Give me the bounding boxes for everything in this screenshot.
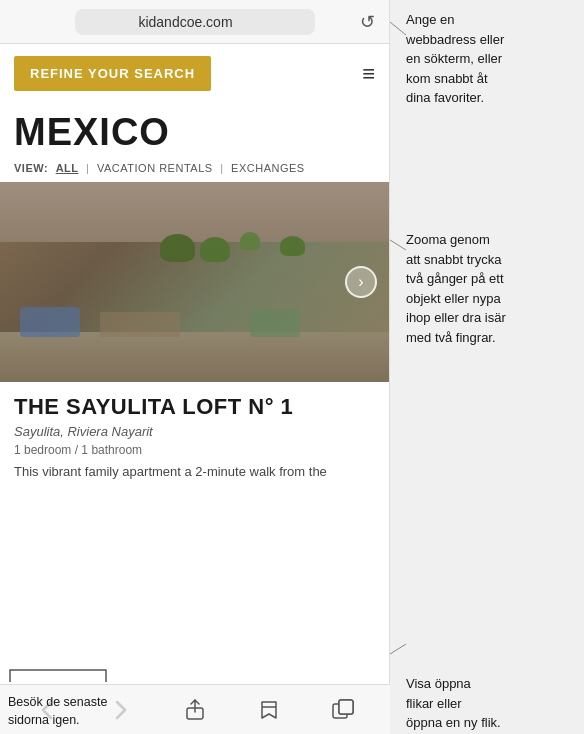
page-content: REFINE YOUR SEARCH ≡ MEXICO VIEW: ALL | … [0,44,389,684]
top-bar: REFINE YOUR SEARCH ≡ [0,44,389,103]
annotation-address-bar: Ange en webbadress eller en sökterm, ell… [406,10,504,108]
refine-search-button[interactable]: REFINE YOUR SEARCH [14,56,211,91]
reload-button[interactable]: ↺ [360,11,375,33]
property-info: THE SAYULITA LOFT N° 1 Sayulita, Riviera… [0,382,389,490]
browser-window: kidandcoe.com ↺ REFINE YOUR SEARCH ≡ MEX… [0,0,390,734]
next-image-button[interactable]: › [345,266,377,298]
view-label: VIEW: [14,162,48,174]
annotation-back-forward: Besök de senaste sidorna igen. [8,693,138,731]
svg-line-5 [390,22,406,35]
bracket-svg [8,666,108,684]
page-title-section: MEXICO [0,103,389,158]
bookmarks-button[interactable] [247,688,291,732]
view-vacation-link[interactable]: VACATION RENTALS [97,162,213,174]
page-title: MEXICO [14,111,375,154]
image-overlay [0,182,389,382]
hamburger-menu-button[interactable]: ≡ [362,63,375,85]
separator-2: | [220,162,223,174]
annotation-tabs: Visa öppna flikar eller öppna en ny flik… [406,674,501,733]
annotations-panel: Ange en webbadress eller en sökterm, ell… [390,0,584,734]
view-filter: VIEW: ALL | VACATION RENTALS | EXCHANGES [0,158,389,182]
svg-line-6 [390,240,406,250]
view-all-link[interactable]: ALL [56,162,79,174]
svg-rect-4 [339,700,353,714]
property-name: THE SAYULITA LOFT N° 1 [14,394,375,420]
tabs-button[interactable] [321,688,365,732]
property-details: 1 bedroom / 1 bathroom [14,443,375,457]
bottom-left-area: Besök de senaste sidorna igen. [0,654,180,734]
address-bar: kidandcoe.com ↺ [0,0,389,44]
property-description: This vibrant family apartment a 2-minute… [14,463,375,481]
url-input[interactable]: kidandcoe.com [75,9,315,35]
property-image[interactable]: › [0,182,389,382]
view-exchanges-link[interactable]: EXCHANGES [231,162,305,174]
svg-line-7 [390,644,406,654]
separator-1: | [86,162,89,174]
annotation-zoom: Zooma genom att snabbt trycka två gånger… [406,230,506,347]
property-location: Sayulita, Riviera Nayarit [14,424,375,439]
image-bg [0,182,389,382]
